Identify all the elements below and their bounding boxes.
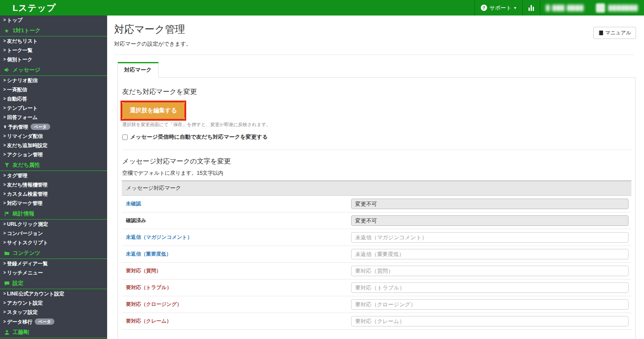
chevron-right-icon: >: [3, 96, 6, 102]
sidebar-item-label: 一斉配信: [7, 87, 27, 93]
chevron-right-icon: >: [3, 38, 6, 44]
mark-label: 要対応（クレーム）: [122, 318, 351, 325]
mark-text-note: 空欄でデフォルトに戻ります。15文字以内: [122, 170, 631, 177]
topbar-right: ? サポート ▾ █ ███ ████ ███████: [475, 0, 644, 16]
sidebar-item-友だち情報欄管理[interactable]: >友だち情報欄管理: [0, 180, 107, 189]
mark-text-input[interactable]: [351, 299, 629, 310]
stats-button[interactable]: [523, 0, 540, 16]
manual-button[interactable]: マニュアル: [593, 27, 636, 39]
sidebar-item-対応マーク管理[interactable]: >対応マーク管理: [0, 199, 107, 208]
chevron-right-icon: >: [3, 269, 6, 276]
support-menu[interactable]: ? サポート ▾: [475, 0, 522, 16]
sidebar-item-label: データ移行: [7, 319, 33, 325]
sidebar-item-予約管理[interactable]: ∨予約管理ベータ: [0, 122, 107, 132]
account-name-redacted: █ ███ ████: [546, 5, 584, 11]
sidebar-item-友だちリスト[interactable]: >友だちリスト: [0, 36, 107, 46]
edit-choices-button[interactable]: 選択肢を編集する: [122, 102, 185, 119]
sidebar-item-回答フォーム[interactable]: >回答フォーム: [0, 113, 107, 122]
mark-text-input[interactable]: [351, 316, 629, 326]
sidebar-item-タグ管理[interactable]: >タグ管理: [0, 171, 107, 180]
chevron-right-icon: >: [3, 230, 6, 237]
page-subtitle: 対応マークの設定ができます。: [114, 40, 636, 48]
chat-icon: [4, 281, 10, 286]
sidebar-item-リマインダ配信[interactable]: >リマインダ配信: [0, 132, 107, 141]
sidebar-item-トップ[interactable]: >トップ: [0, 16, 107, 25]
sidebar-section-1対1トーク[interactable]: ★1対1トーク: [0, 25, 107, 36]
sidebar-item-トーク一覧[interactable]: >トーク一覧: [0, 46, 107, 55]
mark-label: 確認済み: [122, 217, 351, 224]
tab-row: 対応マーク: [118, 62, 644, 77]
sidebar-item-label: 友だちリスト: [7, 38, 38, 44]
user-name-redacted: ███████: [608, 5, 638, 11]
content-panel: 友だち対応マークを変更 選択肢を編集する 選択肢を変更画面にて「保存」を押すと、…: [118, 77, 636, 339]
section-divider: [122, 150, 631, 150]
sidebar-item-カスタム検索管理[interactable]: >カスタム検索管理: [0, 189, 107, 199]
sidebar-item-label: 自動応答: [7, 96, 27, 102]
sidebar-item-label: カスタム検索管理: [7, 191, 48, 197]
mark-label: 要対応（トラブル）: [122, 284, 351, 291]
sidebar-item-シナリオ配信[interactable]: >シナリオ配信: [0, 76, 107, 85]
sidebar-section-統計情報[interactable]: 統計情報: [0, 208, 107, 220]
sidebar-section-label: メッセージ: [13, 66, 40, 74]
auto-change-checkbox-label: メッセージ受信時に自動で友だち対応マークを変更する: [130, 133, 268, 141]
sidebar-section-label: 統計情報: [13, 210, 34, 217]
sidebar-item-自動応答[interactable]: >自動応答: [0, 94, 107, 104]
sidebar-item-一斉配信[interactable]: >一斉配信: [0, 85, 107, 94]
mark-text-input[interactable]: [351, 282, 629, 293]
sidebar-item-テンプレート[interactable]: >テンプレート: [0, 104, 107, 113]
table-row: 要対応（クレーム）: [122, 313, 631, 330]
sidebar-item-登録メディア一覧[interactable]: >登録メディア一覧: [0, 259, 107, 268]
sidebar-item-アカウント設定[interactable]: >アカウント設定: [0, 298, 107, 308]
sidebar-section-コンテンツ[interactable]: コンテンツ: [0, 247, 107, 259]
sidebar-item-コンバージョン[interactable]: >コンバージョン: [0, 229, 107, 238]
funnel-icon: [4, 163, 10, 168]
sidebar-section-label: コンテンツ: [13, 249, 41, 257]
sidebar-item-個別トーク[interactable]: >個別トーク: [0, 55, 107, 64]
mark-input-wrap: [351, 266, 629, 276]
sidebar-item-URLクリック測定[interactable]: >URLクリック測定: [0, 220, 107, 229]
sidebar-item-label: アクション管理: [7, 152, 43, 158]
sidebar-item-LINE公式アカウント設定[interactable]: >LINE公式アカウント設定: [0, 289, 107, 298]
user-menu[interactable]: ███████: [608, 0, 644, 16]
sidebar-section-工藤剛[interactable]: 工藤剛: [0, 326, 107, 338]
sidebar-item-アクション管理[interactable]: >アクション管理: [0, 150, 107, 159]
section-heading-change-mark: 友だち対応マークを変更: [122, 88, 631, 96]
mark-text-input[interactable]: [351, 232, 629, 243]
megaphone-icon: [4, 67, 10, 73]
page-title: 対応マーク管理: [114, 23, 636, 36]
mark-text-input: [351, 215, 629, 226]
sidebar-section-友だち属性[interactable]: 友だち属性: [0, 159, 107, 171]
account-menu[interactable]: █ ███ ████: [540, 0, 590, 16]
app-logo[interactable]: Lステップ: [0, 2, 56, 14]
chevron-right-icon: >: [3, 105, 6, 111]
mark-input-wrap: [351, 215, 629, 226]
chevron-right-icon: >: [3, 300, 6, 306]
sidebar-item-label: 個別トーク: [7, 57, 33, 62]
mark-text-input[interactable]: [351, 266, 629, 276]
sidebar-item-label: 予約管理: [8, 124, 28, 130]
sidebar-item-label: 友だち情報欄管理: [7, 182, 48, 188]
sidebar-item-データ移行[interactable]: >データ移行ベータ: [0, 317, 107, 326]
bar-chart-icon: [529, 5, 534, 11]
sidebar-item-label: 登録メディア一覧: [7, 261, 48, 267]
avatar[interactable]: [596, 3, 605, 13]
main-content: 対応マーク管理 対応マークの設定ができます。 マニュアル 対応マーク 友だち対応…: [107, 16, 644, 339]
sidebar-item-スタッフ設定[interactable]: >スタッフ設定: [0, 308, 107, 317]
sidebar-item-友だち追加時設定[interactable]: >友だち追加時設定: [0, 141, 107, 150]
sidebar-item-サイトスクリプト[interactable]: >サイトスクリプト: [0, 238, 107, 247]
sidebar-item-label: トーク一覧: [7, 47, 33, 53]
table-header: メッセージ対応マーク: [122, 181, 631, 196]
sidebar-item-label: トップ: [7, 17, 23, 23]
chevron-right-icon: >: [3, 239, 6, 246]
chevron-right-icon: >: [3, 151, 6, 158]
auto-change-checkbox[interactable]: [122, 135, 128, 140]
tab-taiou-mark[interactable]: 対応マーク: [118, 62, 159, 78]
mark-text-input[interactable]: [351, 249, 629, 259]
mark-input-wrap: [351, 316, 629, 326]
sidebar-item-リッチメニュー[interactable]: >リッチメニュー: [0, 268, 107, 277]
person-icon: [4, 330, 10, 335]
beta-badge: ベータ: [35, 318, 54, 325]
sidebar-section-メッセージ[interactable]: メッセージ: [0, 64, 107, 76]
sidebar-section-設定[interactable]: 設定: [0, 277, 107, 289]
sidebar-item-label: シナリオ配信: [7, 78, 38, 83]
